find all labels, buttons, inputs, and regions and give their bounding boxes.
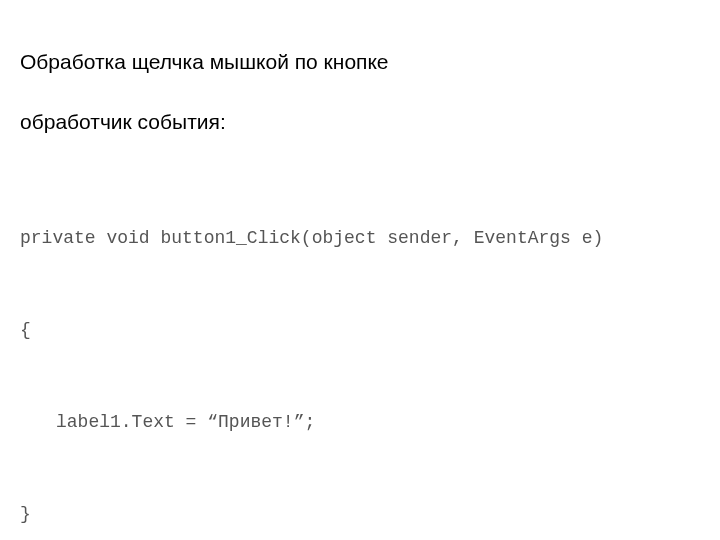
code-line: { (20, 315, 700, 346)
code-line: private void button1_Click(object sender… (20, 223, 700, 254)
section-label-handler: обработчик события: (20, 110, 700, 134)
code-line: label1.Text = “Привет!”; (20, 407, 700, 438)
slide-content: Обработка щелчка мышкой по кнопке обрабо… (0, 0, 720, 540)
code-line: } (20, 499, 700, 530)
code-block-handler: private void button1_Click(object sender… (20, 162, 700, 540)
slide-title: Обработка щелчка мышкой по кнопке (20, 50, 700, 74)
